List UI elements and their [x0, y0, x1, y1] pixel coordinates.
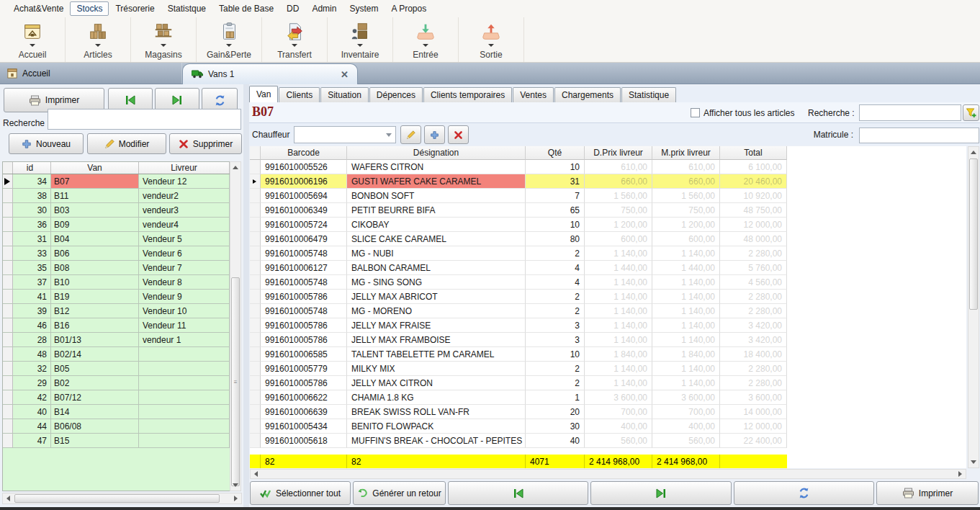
last-article-button[interactable]: [590, 481, 731, 505]
article-row[interactable]: 9916010006622 CHAMIA 1.8 KG 1 3 600,00 3…: [250, 390, 787, 405]
close-icon[interactable]: ✕: [341, 69, 349, 80]
menu-item[interactable]: A Propos: [385, 1, 433, 16]
add-chauffeur-button[interactable]: [424, 125, 445, 144]
van-row[interactable]: 37 B10 Vendeur 8: [3, 275, 230, 290]
article-row[interactable]: 9916010006349 PETIT BEURRE BIFA 65 750,0…: [250, 203, 787, 218]
scroll-up-arrow[interactable]: [968, 147, 979, 157]
scrollbar-thumb[interactable]: ≡: [231, 277, 240, 486]
matricule-input[interactable]: [859, 128, 979, 143]
toolbar-item-articles[interactable]: Articles: [66, 17, 131, 62]
van-page-tab[interactable]: Clients: [279, 87, 320, 102]
tab-vans-1[interactable]: Vans 1 ✕: [182, 63, 358, 84]
menu-item[interactable]: Table de Base: [212, 1, 280, 16]
toolbar-item-magasins[interactable]: Magasins: [131, 17, 197, 62]
scroll-down-arrow[interactable]: [230, 480, 240, 491]
column-header-barcode[interactable]: Barcode: [261, 146, 347, 160]
scrollbar-thumb[interactable]: [969, 158, 978, 310]
van-row[interactable]: 39 B12 Vendeur 10: [3, 304, 230, 318]
van-page-tab[interactable]: Ventes: [513, 87, 554, 102]
articles-vertical-scrollbar[interactable]: [968, 146, 979, 468]
article-row[interactable]: 9916010005779 MILKY MIX 2 1 140,00 1 140…: [250, 362, 787, 376]
van-row[interactable]: 34 B07 Vendeur 12: [3, 174, 230, 189]
column-header-qte[interactable]: Qté: [526, 146, 585, 160]
van-row[interactable]: 40 B14: [3, 405, 230, 419]
tab-accueil[interactable]: Accueil: [0, 63, 182, 84]
toolbar-item-inventaire[interactable]: Inventaire: [328, 17, 393, 62]
chauffeur-combobox[interactable]: [294, 126, 396, 143]
column-header-van[interactable]: Van: [51, 162, 139, 174]
van-row[interactable]: 31 B04 Vendeur 5: [3, 232, 230, 246]
menu-item[interactable]: Admin: [305, 1, 343, 16]
toolbar-item-accueil[interactable]: Accueil: [0, 17, 66, 62]
nouveau-button[interactable]: Nouveau: [9, 133, 84, 154]
column-header-id[interactable]: id: [13, 162, 51, 174]
menu-item[interactable]: Stocks: [70, 1, 109, 16]
articles-horizontal-scrollbar[interactable]: [250, 469, 966, 479]
article-row[interactable]: 9916010005748 MG - NUBI 2 1 140,00 1 140…: [250, 246, 787, 261]
van-page-tab[interactable]: Chargements: [554, 87, 621, 102]
supprimer-button[interactable]: Supprimer: [169, 133, 242, 154]
article-row[interactable]: 9916010005618 MUFFIN'S BREAK - CHOCOLAT …: [250, 434, 787, 448]
menu-item[interactable]: DD: [280, 1, 305, 16]
van-row[interactable]: 41 B19 Vendeur 9: [3, 290, 230, 304]
van-page-tab[interactable]: Clients temporaires: [423, 87, 512, 102]
recherche-articles-input[interactable]: [859, 104, 961, 121]
van-row[interactable]: 30 B03 vendeur3: [3, 203, 230, 218]
column-header-designation[interactable]: Désignation: [347, 146, 526, 160]
edit-chauffeur-button[interactable]: [400, 125, 421, 144]
article-row[interactable]: 9916010006585 TALENT TABELETTE PM CARAME…: [250, 347, 787, 362]
menu-item[interactable]: System: [343, 1, 385, 16]
scroll-left-arrow[interactable]: [251, 469, 261, 479]
article-row[interactable]: 9916010006639 BREAK SWISS ROLL VAN-FR 20…: [250, 405, 787, 419]
scroll-right-arrow[interactable]: [956, 469, 966, 479]
scroll-right-arrow[interactable]: [231, 493, 241, 504]
van-row[interactable]: 44 B06/08: [3, 419, 230, 434]
generer-retour-button[interactable]: Générer un retour: [353, 481, 446, 505]
van-page-tab[interactable]: Dépences: [369, 87, 423, 102]
imprimer-articles-button[interactable]: Imprimer: [876, 481, 979, 505]
article-row[interactable]: 9916010005694 BONBON SOFT 7 1 560,00 1 5…: [250, 189, 787, 203]
vans-vertical-scrollbar[interactable]: ≡: [230, 161, 241, 491]
toolbar-item-gainperte[interactable]: Gain&Perte: [197, 17, 262, 62]
van-row[interactable]: 42 B07/12: [3, 390, 230, 405]
van-page-tab[interactable]: Situation: [320, 87, 369, 102]
article-row[interactable]: 9916010006196 GUSTI WAFER CAKE CARAMEL 3…: [250, 174, 787, 189]
article-row[interactable]: 9916010005748 MG - MORENO 2 1 140,00 1 1…: [250, 304, 787, 318]
menu-item[interactable]: Statistque: [161, 1, 212, 16]
article-row[interactable]: 9916010005724 CIKOBAY 10 1 200,00 1 200,…: [250, 218, 787, 232]
van-page-tab[interactable]: Van: [249, 86, 278, 102]
scroll-up-arrow[interactable]: [230, 162, 240, 172]
scroll-down-arrow[interactable]: [968, 457, 979, 468]
van-row[interactable]: 33 B06 Vendeur 6: [3, 246, 230, 261]
van-row[interactable]: 32 B05: [3, 362, 230, 376]
van-row[interactable]: 47 B15: [3, 434, 230, 448]
first-article-button[interactable]: [448, 481, 588, 505]
afficher-tous-checkbox[interactable]: [691, 108, 700, 117]
van-row[interactable]: 48 B02/14: [3, 347, 230, 362]
menu-item[interactable]: Achat&Vente: [7, 1, 70, 16]
article-row[interactable]: 9916010005786 JELLY MAX FRAISE 3 1 140,0…: [250, 318, 787, 333]
van-row[interactable]: 36 B09 vendeur4: [3, 218, 230, 232]
van-page-tab[interactable]: Statistique: [621, 87, 676, 102]
van-row[interactable]: 35 B08 Vendeur 7: [3, 261, 230, 275]
menu-item[interactable]: Trésorerie: [109, 1, 161, 16]
article-row[interactable]: 9916010005526 WAFERS CITRON 10 610,00 61…: [250, 160, 787, 174]
column-header-dprix[interactable]: D.Prix livreur: [585, 146, 652, 160]
selectionner-tout-button[interactable]: Sélectionner tout: [250, 481, 351, 505]
column-header-total[interactable]: Total: [720, 146, 787, 160]
article-row[interactable]: 9916010006127 BALBON CARAMEL 4 1 440,00 …: [250, 261, 787, 275]
toolbar-item-transfert[interactable]: Transfert: [262, 17, 328, 62]
van-row[interactable]: 29 B02: [3, 376, 230, 390]
column-header-livreur[interactable]: Livreur: [139, 162, 230, 174]
toolbar-item-entree[interactable]: Entrée: [393, 17, 459, 62]
panel-splitter[interactable]: [243, 84, 249, 507]
modifier-button[interactable]: Modifier: [87, 133, 166, 154]
refresh-articles-button[interactable]: [734, 481, 874, 505]
article-row[interactable]: 9916010005786 JELLY MAX CITRON 2 1 140,0…: [250, 376, 787, 390]
van-row[interactable]: 38 B11 vendeur2: [3, 189, 230, 203]
column-header-mprix[interactable]: M.prix livreur: [652, 146, 720, 160]
van-row[interactable]: 46 B16 Vendeur 11: [3, 318, 230, 333]
article-row[interactable]: 9916010005786 JELLY MAX ABRICOT 2 1 140,…: [250, 290, 787, 304]
vans-horizontal-scrollbar[interactable]: [2, 493, 242, 504]
filter-button[interactable]: [963, 104, 979, 121]
